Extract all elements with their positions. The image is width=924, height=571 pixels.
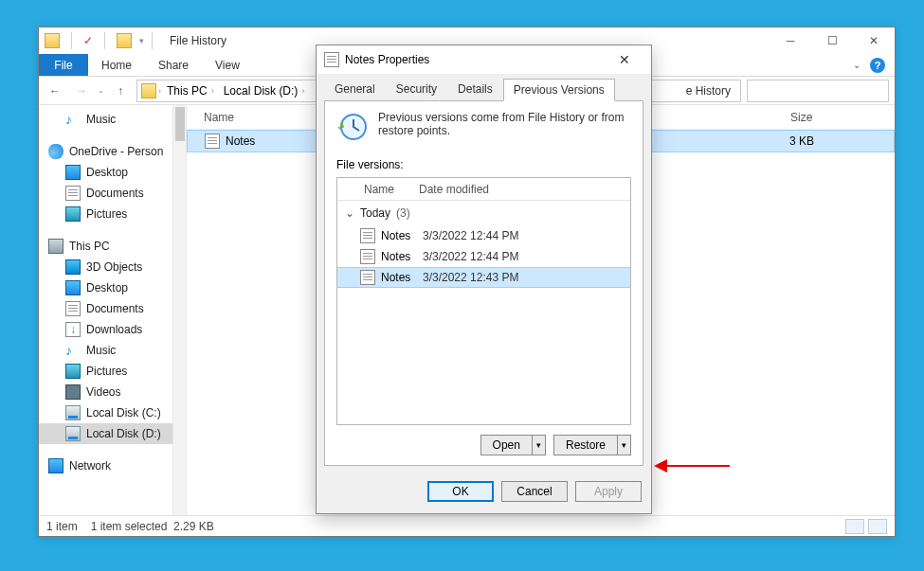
ok-button[interactable]: OK <box>427 481 494 502</box>
dialog-footer: OK Cancel Apply <box>317 473 651 513</box>
scrollbar-thumb[interactable] <box>175 107 185 141</box>
tree-item[interactable]: Music <box>39 340 186 361</box>
tab-previous-versions[interactable]: Previous Versions <box>503 79 615 101</box>
chevron-right-icon: › <box>301 86 304 96</box>
group-count: (3) <box>396 206 410 220</box>
music-icon <box>65 112 81 127</box>
tree-item[interactable]: Pictures <box>39 204 186 224</box>
doc-icon <box>65 186 81 201</box>
separator <box>152 32 153 49</box>
quick-access-toolbar: ✓ ▾ <box>45 32 144 49</box>
version-row[interactable]: Notes3/3/2022 12:44 PM <box>337 246 630 267</box>
onedrive-icon <box>48 144 63 159</box>
tree-item[interactable]: Network <box>39 455 186 476</box>
column-name[interactable]: Name <box>337 183 413 196</box>
3d-icon <box>65 259 81 275</box>
tab-share[interactable]: Share <box>145 54 202 76</box>
close-button[interactable]: ✕ <box>606 47 643 72</box>
tab-home[interactable]: Home <box>88 54 145 76</box>
tree-item[interactable]: Local Disk (D:) <box>39 423 186 444</box>
breadcrumb-segment[interactable]: This PC› <box>163 84 218 98</box>
tree-item[interactable]: Documents <box>39 183 186 204</box>
tree-item[interactable]: Downloads <box>39 319 186 340</box>
pc-icon <box>48 239 63 254</box>
dropdown-icon: ▾ <box>622 440 626 450</box>
tree-item-label: Desktop <box>86 281 128 294</box>
minimize-button[interactable]: ─ <box>770 27 811 54</box>
tree-item[interactable]: Local Disk (C:) <box>39 402 186 423</box>
breadcrumb-segment[interactable]: Local Disk (D:)› <box>220 84 309 98</box>
search-input[interactable] <box>747 80 889 102</box>
tree-item-label: Local Disk (D:) <box>86 427 161 440</box>
open-button-dropdown[interactable]: ▾ <box>533 435 546 455</box>
column-date[interactable]: Date modified <box>413 183 489 196</box>
version-buttons: Open ▾ Restore ▾ <box>336 435 631 455</box>
disk-icon <box>65 405 81 420</box>
tree-item[interactable]: Videos <box>39 382 186 402</box>
tree-item-label: Pictures <box>86 207 127 221</box>
tree-item-label: Pictures <box>86 365 127 378</box>
history-chevron-icon[interactable]: ⌄ <box>98 86 104 95</box>
status-selection: 1 item selected 2.29 KB <box>91 520 214 533</box>
tab-general[interactable]: General <box>324 78 386 100</box>
folder-icon[interactable] <box>117 33 132 48</box>
file-versions-list: Name Date modified ⌄ Today (3) Notes3/3/… <box>336 177 631 425</box>
desktop-icon <box>65 165 81 180</box>
document-icon <box>360 270 375 285</box>
qat-chevron-icon[interactable]: ▾ <box>139 36 144 45</box>
annotation-arrow <box>654 459 730 473</box>
version-row[interactable]: Notes3/3/2022 12:43 PM <box>337 267 630 288</box>
open-button-main[interactable]: Open <box>480 435 533 455</box>
view-switcher <box>845 519 887 534</box>
desktop-icon <box>65 280 81 295</box>
tab-security[interactable]: Security <box>386 78 447 100</box>
tree-item[interactable]: Desktop <box>39 162 186 183</box>
version-row[interactable]: Notes3/3/2022 12:44 PM <box>337 225 630 246</box>
vid-icon <box>65 384 81 400</box>
forward-button[interactable]: → <box>71 80 92 101</box>
status-item-count: 1 item <box>46 520 78 533</box>
maximize-button[interactable]: ☐ <box>811 27 853 54</box>
hint-text: Previous versions come from File History… <box>378 111 631 137</box>
tree-item-label: Music <box>86 344 116 357</box>
tree-item[interactable]: Pictures <box>39 361 186 382</box>
open-button[interactable]: Open ▾ <box>480 435 546 455</box>
checkmark-icon[interactable]: ✓ <box>83 34 93 47</box>
ribbon-help: ⌄ ? <box>853 54 895 76</box>
ribbon-expand-icon[interactable]: ⌄ <box>853 60 861 70</box>
tree-item[interactable]: 3D Objects <box>39 257 186 277</box>
tree-item[interactable]: This PC <box>39 236 186 257</box>
scrollbar[interactable] <box>172 105 186 515</box>
document-icon <box>324 52 339 67</box>
tab-details[interactable]: Details <box>447 78 503 100</box>
hint-row: Previous versions come from File History… <box>336 111 631 143</box>
tree-item[interactable]: OneDrive - Person <box>39 141 186 162</box>
cancel-button[interactable]: Cancel <box>501 481 568 502</box>
restore-button[interactable]: Restore ▾ <box>553 435 631 455</box>
tab-view[interactable]: View <box>202 54 253 76</box>
tree-item[interactable]: Desktop <box>39 277 186 298</box>
details-view-button[interactable] <box>845 519 864 534</box>
tree-item[interactable]: Documents <box>39 298 186 319</box>
chevron-right-icon[interactable]: › <box>158 86 161 96</box>
arrow-line <box>665 465 730 467</box>
apply-button[interactable]: Apply <box>575 481 642 502</box>
tree-item-label: Desktop <box>86 166 128 179</box>
window-controls: ─ ☐ ✕ <box>770 27 895 54</box>
back-button[interactable]: ← <box>45 80 65 101</box>
version-group[interactable]: ⌄ Today (3) <box>337 201 630 225</box>
file-name: Notes <box>226 134 255 148</box>
document-icon <box>360 249 375 264</box>
close-button[interactable]: ✕ <box>853 27 895 54</box>
restore-button-dropdown[interactable]: ▾ <box>618 435 631 455</box>
file-tab[interactable]: File <box>39 54 88 76</box>
column-size[interactable]: Size <box>781 111 895 124</box>
tree-item[interactable]: Music <box>39 109 186 130</box>
large-icons-view-button[interactable] <box>868 519 887 534</box>
up-button[interactable]: ↑ <box>110 80 131 101</box>
help-icon[interactable]: ? <box>870 58 885 73</box>
restore-button-main[interactable]: Restore <box>553 435 618 455</box>
versions-header: Name Date modified <box>337 178 630 201</box>
version-name: Notes <box>381 271 410 284</box>
folder-icon <box>141 83 156 98</box>
